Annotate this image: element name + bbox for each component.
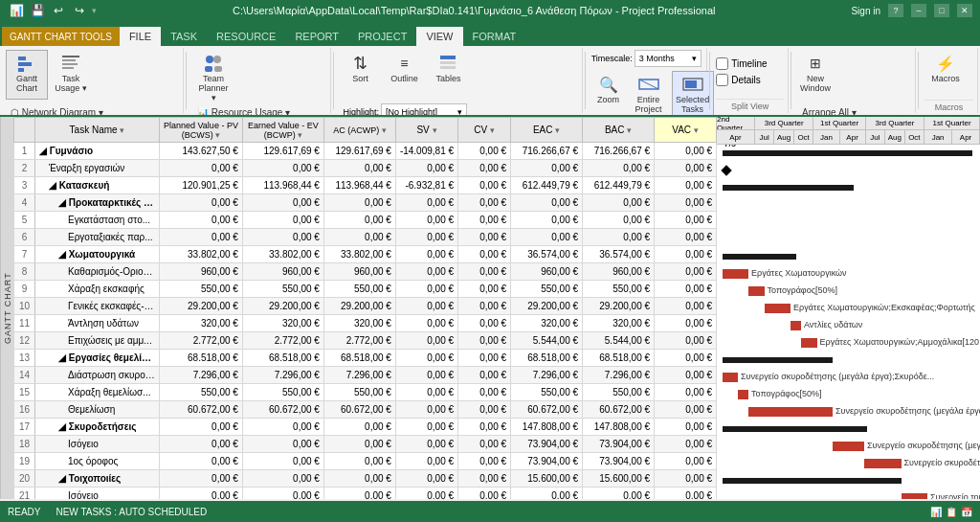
table-row[interactable]: 10 Γενικές εκσκαφές-Μεταφο... 29.200,00 … bbox=[14, 298, 717, 315]
table-row[interactable]: 16 Θεμελίωση 60.672,00 € 60.672,00 € 60.… bbox=[14, 401, 717, 419]
tables-btn[interactable]: Tables bbox=[427, 50, 469, 100]
ribbon-context-tab[interactable]: GANTT CHART TOOLS bbox=[2, 27, 120, 46]
gantt-bar: Τοπογράφος[50%] bbox=[738, 390, 748, 399]
table-row[interactable]: 4 ◢ Προκαταρκτικές εργ... 0,00 € 0,00 € … bbox=[14, 194, 717, 212]
table-row[interactable]: 11 Άντληση υδάτων 320,00 € 320,00 € 320,… bbox=[14, 315, 717, 332]
task-table-container[interactable]: Task Name ▾ Planned Value - PV(BCWS) ▾ E… bbox=[13, 117, 717, 499]
ev-cell: 320,00 € bbox=[242, 315, 323, 332]
eac-cell: 5.544,00 € bbox=[511, 332, 583, 350]
ev-cell: 33.802,00 € bbox=[242, 246, 323, 263]
sv-cell: -14.009,81 € bbox=[395, 143, 457, 160]
table-row[interactable]: 15 Χάραξη θεμελίωσ... 550,00 € 550,00 € … bbox=[14, 384, 717, 401]
col-sv[interactable]: SV ▾ bbox=[395, 118, 457, 143]
details-checkbox[interactable] bbox=[716, 74, 728, 86]
arrange-btn[interactable]: Arrange All ▾ bbox=[797, 103, 884, 117]
col-eac[interactable]: EAC ▾ bbox=[511, 118, 583, 143]
ev-cell: 0,00 € bbox=[242, 453, 323, 470]
resource-usage-btn[interactable]: 📊 Resource Usage ▾ bbox=[192, 103, 295, 117]
entire-project-btn[interactable]: EntireProject bbox=[628, 71, 670, 117]
eac-cell: 73.904,00 € bbox=[511, 436, 583, 453]
vac-cell: 0,00 € bbox=[655, 367, 717, 384]
table-row[interactable]: 13 ◢ Εργασίες θεμελίω... 68.518,00 € 68.… bbox=[14, 350, 717, 367]
table-row[interactable]: 21 Ισόγειο 0,00 € 0,00 € 0,00 € 0,00 € 0… bbox=[14, 488, 717, 500]
table-row[interactable]: 19 1ος όροφος 0,00 € 0,00 € 0,00 € 0,00 … bbox=[14, 453, 717, 470]
quick-access-redo[interactable]: ↪ bbox=[71, 2, 88, 19]
team-planner-btn[interactable]: TeamPlanner ▾ bbox=[192, 50, 234, 100]
table-row[interactable]: 18 Ισόγειο 0,00 € 0,00 € 0,00 € 0,00 € 0… bbox=[14, 436, 717, 453]
timeline-checkbox[interactable] bbox=[716, 57, 728, 70]
quick-access-save[interactable]: 💾 bbox=[29, 2, 46, 19]
table-row[interactable]: 9 Χάραξη εκσκαφής 550,00 € 550,00 € 550,… bbox=[14, 281, 717, 298]
table-row[interactable]: 2 Έναρξη εργασιών 0,00 € 0,00 € 0,00 € 0… bbox=[14, 160, 717, 177]
win-close[interactable]: ✕ bbox=[957, 4, 972, 17]
col-ev[interactable]: Earned Value - EV(BCWP) ▾ bbox=[242, 118, 323, 143]
network-diagram-btn[interactable]: ⬡ Network Diagram ▾ bbox=[6, 103, 108, 117]
table-row[interactable]: 14 Διάστρωση σκυροδέματος 7.296,00 € 7.2… bbox=[14, 367, 717, 384]
svg-rect-16 bbox=[685, 80, 697, 88]
highlight-dropdown[interactable]: [No Highlight] bbox=[381, 103, 467, 117]
sort-btn[interactable]: ⇅ Sort bbox=[339, 50, 381, 100]
title-bar: 📊 💾 ↩ ↪ ▾ C:\Users\Μαρία\AppData\Local\T… bbox=[0, 0, 980, 21]
tab-project[interactable]: PROJECT bbox=[348, 27, 416, 46]
eac-cell: 550,00 € bbox=[511, 281, 583, 298]
timeline-check-label[interactable]: Timeline bbox=[716, 57, 767, 70]
sign-in[interactable]: Sign in bbox=[851, 6, 880, 16]
macros-label-group: Macros bbox=[924, 100, 973, 112]
table-row[interactable]: 3 ◢ Κατασκευή 120.901,25 € 113.968,44 € … bbox=[14, 177, 717, 194]
details-check-label[interactable]: Details bbox=[716, 74, 761, 86]
timescale-dropdown[interactable]: 3 Months bbox=[635, 50, 702, 67]
new-window-btn[interactable]: ⊞ NewWindow bbox=[797, 50, 834, 100]
svg-rect-13 bbox=[440, 66, 456, 69]
table-row[interactable]: 8 Καθαρισμός-Οριοθ... οικοπέδου 960,00 €… bbox=[14, 263, 717, 281]
col-vac[interactable]: VAC ▾ bbox=[655, 118, 717, 143]
task-usage-btn[interactable]: TaskUsage ▾ bbox=[50, 50, 92, 100]
sv-cell: 0,00 € bbox=[395, 367, 457, 384]
month-aug2: Aug bbox=[885, 130, 905, 144]
tab-view[interactable]: VIEW bbox=[416, 27, 462, 46]
pv-cell: 550,00 € bbox=[160, 384, 243, 401]
table-row[interactable]: 17 ◢ Σκυροδετήσεις 0,00 € 0,00 € 0,00 € … bbox=[14, 419, 717, 436]
tab-report[interactable]: REPORT bbox=[285, 27, 348, 46]
tab-file[interactable]: FILE bbox=[120, 27, 161, 46]
sv-cell: -6.932,81 € bbox=[395, 177, 457, 194]
table-row[interactable]: 5 Εγκατάσταση στο... 0,00 € 0,00 € 0,00 … bbox=[14, 212, 717, 229]
tab-format[interactable]: FORMAT bbox=[463, 27, 526, 46]
zoom-btn[interactable]: 🔍 Zoom bbox=[591, 71, 626, 117]
vac-cell: 0,00 € bbox=[655, 384, 717, 401]
gantt-icon bbox=[16, 53, 37, 74]
table-row[interactable]: 12 Επιχώσεις με αμμ... 2.772,00 € 2.772,… bbox=[14, 332, 717, 350]
tab-task[interactable]: TASK bbox=[161, 27, 207, 46]
q-header-1: 2nd Quarter bbox=[717, 117, 755, 129]
table-row[interactable]: 20 ◢ Τοιχοποιίες 0,00 € 0,00 € 0,00 € 0,… bbox=[14, 470, 717, 488]
bac-cell: 0,00 € bbox=[583, 212, 655, 229]
vac-cell: 0,00 € bbox=[655, 212, 717, 229]
win-help[interactable]: ? bbox=[888, 4, 903, 17]
selected-tasks-btn[interactable]: SelectedTasks bbox=[672, 71, 714, 117]
quick-access-undo[interactable]: ↩ bbox=[50, 2, 67, 19]
win-maximize[interactable]: □ bbox=[934, 4, 949, 17]
vac-cell: 0,00 € bbox=[655, 177, 717, 194]
col-rownum bbox=[14, 118, 35, 143]
gantt-chart-btn[interactable]: GanttChart bbox=[6, 50, 48, 100]
task-name-cell: Επιχώσεις με αμμ... bbox=[35, 332, 160, 350]
bac-cell: 0,00 € bbox=[583, 194, 655, 212]
zoom-label: Zoom bbox=[597, 95, 619, 104]
col-taskname[interactable]: Task Name ▾ bbox=[35, 118, 160, 143]
col-pv[interactable]: Planned Value - PV(BCWS) ▾ bbox=[160, 118, 243, 143]
table-row[interactable]: 6 Εργοταξιακές παρ... 0,00 € 0,00 € 0,00… bbox=[14, 229, 717, 246]
col-bac[interactable]: BAC ▾ bbox=[583, 118, 655, 143]
ev-cell: 29.200,00 € bbox=[242, 298, 323, 315]
tab-resource[interactable]: RESOURCE bbox=[207, 27, 285, 46]
pv-cell: 0,00 € bbox=[160, 419, 243, 436]
table-row[interactable]: 1 ◢ Γυμνάσιο 143.627,50 € 129.617,69 € 1… bbox=[14, 143, 717, 160]
outline-btn[interactable]: ≡ Outline bbox=[383, 50, 425, 100]
col-ac[interactable]: AC (ACWP) ▾ bbox=[323, 118, 395, 143]
table-row[interactable]: 7 ◢ Χωματουργικά 33.802,00 € 33.802,00 €… bbox=[14, 246, 717, 263]
macros-btn[interactable]: ⚡ Macros bbox=[924, 50, 967, 100]
win-minimize[interactable]: – bbox=[911, 4, 926, 17]
col-cv[interactable]: CV ▾ bbox=[458, 118, 511, 143]
group-zoom: Timescale: 3 Months 🔍 Zoom EntireProject bbox=[588, 48, 708, 113]
bac-cell: 36.574,00 € bbox=[583, 246, 655, 263]
ac-cell: 0,00 € bbox=[323, 470, 395, 488]
month-jan3: Jan bbox=[924, 130, 952, 144]
